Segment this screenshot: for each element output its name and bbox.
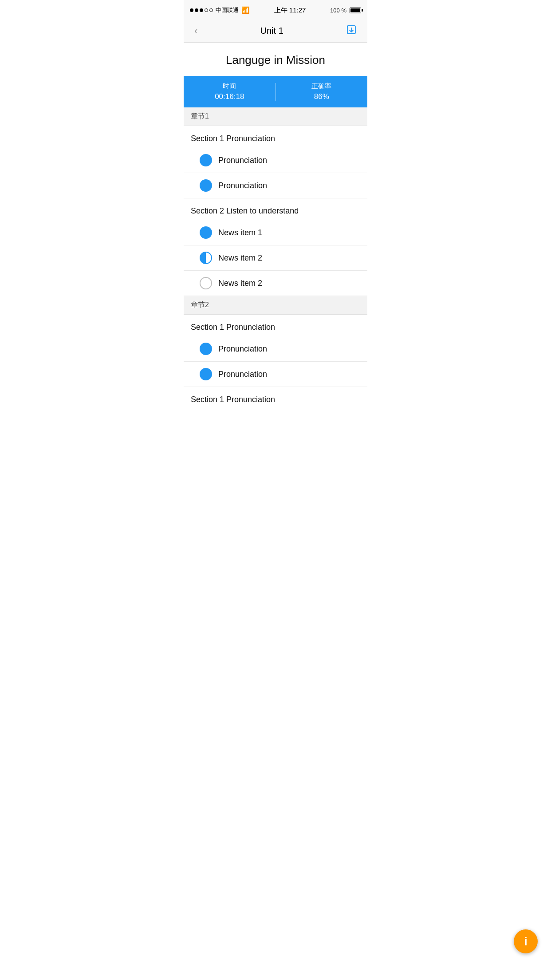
- chapter-header-2: 章节2: [184, 296, 367, 315]
- list-item[interactable]: Pronunciation: [184, 148, 367, 173]
- battery-fill: [350, 8, 360, 12]
- battery-label: 100 %: [330, 7, 346, 14]
- item-label: Pronunciation: [218, 344, 267, 354]
- status-left: 中国联通 📶: [190, 6, 250, 14]
- item-label: News item 1: [218, 228, 262, 237]
- signal-dots: [190, 8, 213, 12]
- status-circle-full: [200, 179, 212, 192]
- status-circle-full: [200, 226, 212, 239]
- accuracy-label: 正确率: [276, 82, 368, 91]
- content-area: 章节1Section 1 PronunciationPronunciationP…: [184, 107, 367, 453]
- stats-bar: 时间 00:16:18 正确率 86%: [184, 76, 367, 107]
- status-bar: 中国联通 📶 上午 11:27 100 %: [184, 0, 367, 20]
- time-label: 时间: [184, 82, 276, 91]
- section-title-1-1: Section 1 Pronunciation: [184, 126, 367, 148]
- download-icon: [346, 24, 357, 35]
- item-label: News item 2: [218, 279, 262, 288]
- section-title-2-2: Section 1 Pronunciation: [184, 387, 367, 409]
- status-circle-empty: [200, 277, 212, 289]
- list-item[interactable]: News item 2: [184, 245, 367, 271]
- signal-dot-1: [190, 8, 193, 12]
- section-title-2-1: Section 1 Pronunciation: [184, 315, 367, 336]
- status-circle-full: [200, 154, 212, 166]
- list-item[interactable]: Pronunciation: [184, 173, 367, 198]
- signal-dot-5: [209, 8, 213, 12]
- nav-bar: ‹ Unit 1: [184, 20, 367, 43]
- chapters-container: 章节1Section 1 PronunciationPronunciationP…: [184, 107, 367, 409]
- item-label: Pronunciation: [218, 370, 267, 379]
- section-title-1-2: Section 2 Listen to understand: [184, 198, 367, 220]
- status-circle-full: [200, 343, 212, 355]
- list-item[interactable]: Pronunciation: [184, 336, 367, 362]
- nav-title: Unit 1: [260, 26, 283, 36]
- signal-dot-4: [205, 8, 208, 12]
- status-time: 上午 11:27: [274, 6, 306, 15]
- wifi-icon: 📶: [241, 6, 250, 14]
- status-circle-half: [200, 252, 212, 264]
- item-label: Pronunciation: [218, 156, 267, 165]
- stat-accuracy: 正确率 86%: [276, 82, 368, 101]
- carrier-label: 中国联通: [216, 6, 239, 14]
- list-item[interactable]: News item 2: [184, 271, 367, 296]
- stat-time: 时间 00:16:18: [184, 82, 276, 101]
- status-circle-full: [200, 368, 212, 380]
- accuracy-value: 86%: [276, 92, 368, 101]
- item-label: Pronunciation: [218, 181, 267, 190]
- item-label: News item 2: [218, 253, 262, 263]
- signal-dot-2: [195, 8, 198, 12]
- time-value: 00:16:18: [184, 92, 276, 101]
- battery-icon: [350, 8, 361, 13]
- signal-dot-3: [200, 8, 203, 12]
- list-item[interactable]: Pronunciation: [184, 362, 367, 387]
- download-button[interactable]: [342, 21, 360, 41]
- page-title: Languge in Mission: [184, 43, 367, 76]
- back-button[interactable]: ‹: [191, 22, 201, 40]
- list-item[interactable]: News item 1: [184, 220, 367, 245]
- chapter-header-1: 章节1: [184, 107, 367, 126]
- status-right: 100 %: [330, 7, 361, 14]
